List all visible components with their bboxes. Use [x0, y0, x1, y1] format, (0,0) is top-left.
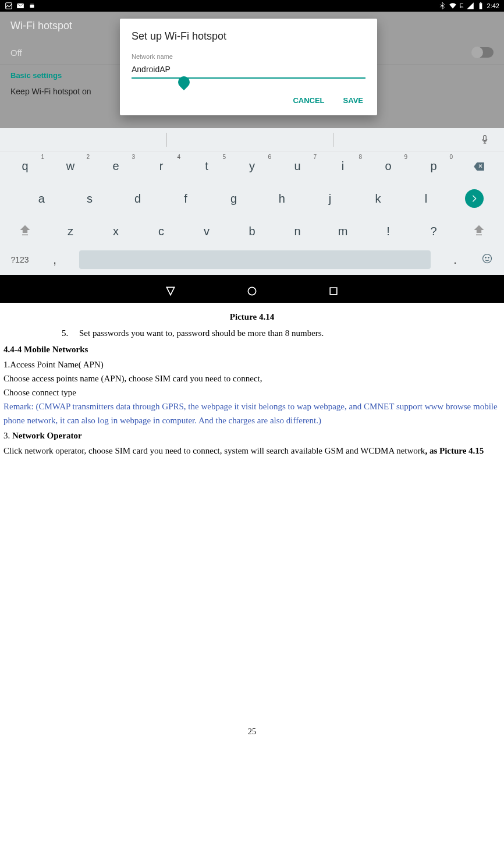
svg-point-11	[488, 257, 489, 259]
key-w[interactable]: w2	[48, 156, 93, 176]
key-r[interactable]: r4	[139, 156, 184, 176]
section-3: 3. Network Operator	[3, 429, 501, 443]
key-t[interactable]: t5	[184, 156, 229, 176]
mail-icon	[16, 2, 24, 10]
backspace-icon	[471, 161, 487, 172]
recent-icon[interactable]	[328, 285, 339, 297]
key-emoji[interactable]	[473, 253, 502, 267]
key-period[interactable]: .	[438, 252, 473, 267]
network-name-input[interactable]	[132, 62, 365, 79]
key-o[interactable]: o9	[365, 156, 411, 176]
text-connect-type: Choose connect type	[3, 385, 501, 399]
key-symbols[interactable]: ?123	[2, 255, 37, 264]
bluetooth-icon	[438, 2, 446, 10]
keyboard-row-2: a s d f g h j k l	[0, 181, 504, 216]
svg-point-4	[33, 3, 33, 3]
key-j[interactable]: j	[306, 189, 354, 209]
keyboard-row-3: z x c v b n m ! ?	[0, 216, 504, 247]
device-screenshot: E 2:42 Wi-Fi hotspot Off Basic settings …	[0, 0, 504, 303]
key-v[interactable]: v	[184, 221, 229, 242]
key-k[interactable]: k	[354, 189, 402, 209]
signal-icon	[466, 2, 474, 10]
svg-rect-6	[480, 2, 481, 3]
svg-point-10	[485, 257, 487, 259]
mic-icon[interactable]	[480, 135, 490, 145]
navigation-bar	[0, 279, 504, 303]
key-m[interactable]: m	[320, 221, 365, 242]
svg-rect-0	[6, 3, 12, 9]
android-icon	[28, 2, 36, 10]
keyboard-row-4: ?123 , .	[0, 247, 504, 275]
key-e[interactable]: e3	[93, 156, 139, 176]
key-h[interactable]: h	[258, 189, 306, 209]
key-y[interactable]: y6	[229, 156, 275, 176]
network-name-label: Network name	[132, 53, 365, 60]
svg-point-3	[31, 3, 31, 3]
keyboard-row-1: q1 w2 e3 r4 t5 y6 u7 i8 o9 p0	[0, 151, 504, 181]
key-backspace[interactable]	[456, 157, 502, 176]
key-shift-left[interactable]	[2, 221, 48, 242]
key-space[interactable]	[79, 250, 431, 269]
key-x[interactable]: x	[93, 221, 139, 242]
key-s[interactable]: s	[66, 189, 114, 209]
svg-rect-5	[479, 3, 482, 9]
key-b[interactable]: b	[229, 221, 275, 242]
text-apn: 1.Access Point Name( APN)	[3, 358, 501, 371]
battery-icon	[477, 2, 485, 10]
image-icon	[5, 2, 13, 10]
svg-point-12	[248, 287, 255, 295]
key-d[interactable]: d	[113, 189, 162, 209]
svg-rect-2	[30, 5, 34, 8]
key-i[interactable]: i8	[320, 156, 365, 176]
key-g[interactable]: g	[210, 189, 258, 209]
svg-rect-13	[330, 288, 337, 295]
page-number: 25	[3, 726, 501, 738]
signal-type: E	[459, 2, 463, 9]
list-item-5: 5.Set passwords you want to, password sh…	[3, 326, 501, 340]
document-body: Picture 4.14 5.Set passwords you want to…	[0, 303, 504, 745]
dialog-title: Set up Wi-Fi hotspot	[132, 30, 365, 43]
status-time: 2:42	[487, 2, 499, 9]
key-p[interactable]: p0	[411, 156, 456, 176]
key-shift-right[interactable]	[456, 221, 502, 242]
picture-caption: Picture 4.14	[3, 310, 501, 324]
wifi-icon	[449, 2, 457, 10]
off-label: Off	[10, 48, 22, 58]
cancel-button[interactable]: CANCEL	[290, 93, 326, 108]
key-f[interactable]: f	[162, 189, 210, 209]
key-z[interactable]: z	[48, 221, 93, 242]
key-a[interactable]: a	[17, 189, 66, 209]
text-network-operator: Click network operator, choose SIM card …	[3, 444, 501, 458]
shift-icon	[19, 224, 31, 236]
status-bar: E 2:42	[0, 0, 504, 12]
remark-text: Remark: (CMWAP transmitters data through…	[3, 399, 501, 427]
emoji-icon	[481, 253, 493, 264]
text-choose-apn: Choose access points name (APN), choose …	[3, 371, 501, 385]
key-c[interactable]: c	[139, 221, 184, 242]
key-next[interactable]	[450, 186, 498, 211]
chevron-right-icon	[470, 194, 479, 203]
suggestion-bar	[0, 128, 504, 151]
key-question[interactable]: ?	[411, 221, 456, 242]
svg-rect-7	[22, 235, 28, 236]
keyboard: q1 w2 e3 r4 t5 y6 u7 i8 o9 p0 a s d f g …	[0, 128, 504, 275]
back-icon[interactable]	[165, 285, 176, 297]
home-icon[interactable]	[246, 285, 258, 297]
setup-dialog: Set up Wi-Fi hotspot Network name CANCEL…	[120, 19, 377, 115]
key-comma[interactable]: ,	[37, 252, 72, 267]
save-button[interactable]: SAVE	[341, 93, 365, 108]
key-l[interactable]: l	[402, 189, 450, 209]
heading-mobile-networks: 4.4-4 Mobile Networks	[3, 342, 501, 356]
key-n[interactable]: n	[275, 221, 320, 242]
key-exclaim[interactable]: !	[365, 221, 411, 242]
hotspot-toggle[interactable]	[473, 47, 494, 58]
key-u[interactable]: u7	[275, 156, 320, 176]
svg-rect-8	[476, 235, 482, 236]
svg-point-9	[483, 254, 492, 263]
shift-icon	[473, 224, 485, 236]
key-q[interactable]: q1	[2, 156, 48, 176]
